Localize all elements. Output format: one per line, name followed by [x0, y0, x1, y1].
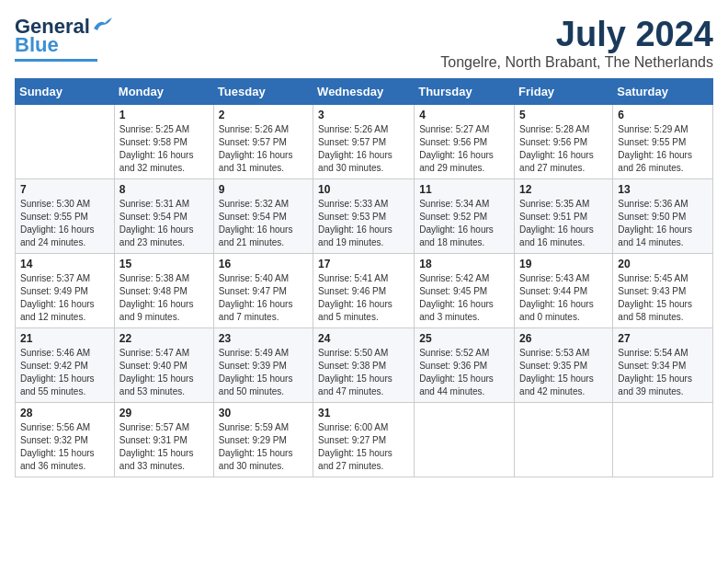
calendar-cell: 31Sunrise: 6:00 AMSunset: 9:27 PMDayligh…	[313, 403, 415, 477]
day-number: 7	[20, 183, 109, 196]
day-info: Sunrise: 5:29 AMSunset: 9:55 PMDaylight:…	[618, 124, 692, 173]
calendar-cell: 8Sunrise: 5:31 AMSunset: 9:54 PMDaylight…	[114, 179, 213, 254]
day-number: 26	[519, 332, 608, 345]
day-number: 29	[119, 407, 209, 419]
calendar-cell	[415, 403, 515, 477]
col-header-saturday: Saturday	[613, 79, 713, 105]
day-number: 31	[318, 407, 409, 419]
calendar-cell: 9Sunrise: 5:32 AMSunset: 9:54 PMDaylight…	[213, 179, 313, 254]
col-header-tuesday: Tuesday	[213, 79, 313, 105]
day-number: 13	[618, 183, 708, 196]
day-info: Sunrise: 5:42 AMSunset: 9:45 PMDaylight:…	[419, 273, 494, 322]
col-header-monday: Monday	[114, 79, 213, 105]
calendar-week-5: 28Sunrise: 5:56 AMSunset: 9:32 PMDayligh…	[16, 403, 713, 477]
calendar-week-2: 7Sunrise: 5:30 AMSunset: 9:55 PMDaylight…	[16, 179, 713, 254]
col-header-sunday: Sunday	[16, 79, 115, 105]
logo: General Blue	[15, 15, 112, 62]
calendar-cell: 10Sunrise: 5:33 AMSunset: 9:53 PMDayligh…	[313, 179, 415, 254]
day-number: 8	[119, 183, 209, 196]
day-info: Sunrise: 5:41 AMSunset: 9:46 PMDaylight:…	[318, 273, 392, 322]
calendar-cell: 28Sunrise: 5:56 AMSunset: 9:32 PMDayligh…	[16, 403, 115, 477]
calendar-cell: 7Sunrise: 5:30 AMSunset: 9:55 PMDaylight…	[16, 179, 115, 254]
calendar-cell: 24Sunrise: 5:50 AMSunset: 9:38 PMDayligh…	[313, 328, 415, 403]
calendar-cell: 11Sunrise: 5:34 AMSunset: 9:52 PMDayligh…	[415, 179, 515, 254]
day-info: Sunrise: 5:37 AMSunset: 9:49 PMDaylight:…	[20, 273, 95, 322]
day-info: Sunrise: 5:38 AMSunset: 9:48 PMDaylight:…	[119, 273, 194, 322]
logo-underline	[15, 59, 97, 62]
calendar-cell: 26Sunrise: 5:53 AMSunset: 9:35 PMDayligh…	[515, 328, 613, 403]
day-info: Sunrise: 5:45 AMSunset: 9:43 PMDaylight:…	[618, 273, 692, 322]
day-info: Sunrise: 5:28 AMSunset: 9:56 PMDaylight:…	[519, 124, 594, 173]
col-header-thursday: Thursday	[415, 79, 515, 105]
logo-blue-text: Blue	[15, 33, 59, 57]
calendar-cell: 16Sunrise: 5:40 AMSunset: 9:47 PMDayligh…	[213, 254, 313, 328]
day-info: Sunrise: 5:57 AMSunset: 9:31 PMDaylight:…	[119, 422, 194, 471]
calendar-cell: 19Sunrise: 5:43 AMSunset: 9:44 PMDayligh…	[515, 254, 613, 328]
calendar-cell	[613, 403, 713, 477]
calendar-cell: 3Sunrise: 5:26 AMSunset: 9:57 PMDaylight…	[313, 105, 415, 179]
day-info: Sunrise: 5:49 AMSunset: 9:39 PMDaylight:…	[219, 348, 293, 396]
day-info: Sunrise: 5:35 AMSunset: 9:51 PMDaylight:…	[519, 199, 594, 247]
day-number: 24	[318, 332, 409, 345]
day-number: 4	[419, 109, 509, 121]
day-number: 28	[20, 407, 109, 419]
day-number: 6	[618, 109, 708, 121]
day-info: Sunrise: 5:53 AMSunset: 9:35 PMDaylight:…	[519, 348, 594, 396]
day-number: 9	[219, 183, 308, 196]
day-number: 25	[419, 332, 509, 345]
calendar-cell: 4Sunrise: 5:27 AMSunset: 9:56 PMDaylight…	[415, 105, 515, 179]
calendar-cell: 30Sunrise: 5:59 AMSunset: 9:29 PMDayligh…	[213, 403, 313, 477]
page-header: General Blue July 2024 Tongelre, North B…	[15, 15, 713, 71]
day-info: Sunrise: 5:52 AMSunset: 9:36 PMDaylight:…	[419, 348, 494, 396]
calendar-cell: 6Sunrise: 5:29 AMSunset: 9:55 PMDaylight…	[613, 105, 713, 179]
day-info: Sunrise: 5:32 AMSunset: 9:54 PMDaylight:…	[219, 199, 293, 247]
day-number: 15	[119, 258, 209, 270]
calendar-table: SundayMondayTuesdayWednesdayThursdayFrid…	[15, 78, 713, 477]
day-number: 19	[519, 258, 608, 270]
calendar-cell: 17Sunrise: 5:41 AMSunset: 9:46 PMDayligh…	[313, 254, 415, 328]
calendar-cell: 13Sunrise: 5:36 AMSunset: 9:50 PMDayligh…	[613, 179, 713, 254]
day-number: 1	[119, 109, 209, 121]
day-info: Sunrise: 5:31 AMSunset: 9:54 PMDaylight:…	[119, 199, 194, 247]
calendar-cell: 29Sunrise: 5:57 AMSunset: 9:31 PMDayligh…	[114, 403, 213, 477]
location-subtitle: Tongelre, North Brabant, The Netherlands	[440, 54, 713, 71]
day-number: 16	[219, 258, 308, 270]
day-info: Sunrise: 6:00 AMSunset: 9:27 PMDaylight:…	[318, 422, 392, 471]
day-number: 11	[419, 183, 509, 196]
calendar-cell: 15Sunrise: 5:38 AMSunset: 9:48 PMDayligh…	[114, 254, 213, 328]
day-number: 22	[119, 332, 209, 345]
day-info: Sunrise: 5:40 AMSunset: 9:47 PMDaylight:…	[219, 273, 293, 322]
logo-bird-icon	[92, 17, 112, 32]
col-header-friday: Friday	[515, 79, 613, 105]
day-info: Sunrise: 5:59 AMSunset: 9:29 PMDaylight:…	[219, 422, 293, 471]
calendar-cell: 20Sunrise: 5:45 AMSunset: 9:43 PMDayligh…	[613, 254, 713, 328]
day-info: Sunrise: 5:27 AMSunset: 9:56 PMDaylight:…	[419, 124, 494, 173]
calendar-cell: 23Sunrise: 5:49 AMSunset: 9:39 PMDayligh…	[213, 328, 313, 403]
day-number: 18	[419, 258, 509, 270]
calendar-cell: 2Sunrise: 5:26 AMSunset: 9:57 PMDaylight…	[213, 105, 313, 179]
calendar-cell: 25Sunrise: 5:52 AMSunset: 9:36 PMDayligh…	[415, 328, 515, 403]
calendar-cell: 27Sunrise: 5:54 AMSunset: 9:34 PMDayligh…	[613, 328, 713, 403]
day-info: Sunrise: 5:47 AMSunset: 9:40 PMDaylight:…	[119, 348, 194, 396]
day-info: Sunrise: 5:30 AMSunset: 9:55 PMDaylight:…	[20, 199, 95, 247]
col-header-wednesday: Wednesday	[313, 79, 415, 105]
calendar-cell: 18Sunrise: 5:42 AMSunset: 9:45 PMDayligh…	[415, 254, 515, 328]
day-number: 2	[219, 109, 308, 121]
day-number: 14	[20, 258, 109, 270]
calendar-cell: 22Sunrise: 5:47 AMSunset: 9:40 PMDayligh…	[114, 328, 213, 403]
day-info: Sunrise: 5:36 AMSunset: 9:50 PMDaylight:…	[618, 199, 692, 247]
calendar-cell	[16, 105, 115, 179]
day-number: 23	[219, 332, 308, 345]
day-info: Sunrise: 5:54 AMSunset: 9:34 PMDaylight:…	[618, 348, 692, 396]
day-info: Sunrise: 5:56 AMSunset: 9:32 PMDaylight:…	[20, 422, 95, 471]
day-number: 20	[618, 258, 708, 270]
title-block: July 2024 Tongelre, North Brabant, The N…	[440, 15, 713, 71]
day-number: 3	[318, 109, 409, 121]
calendar-week-3: 14Sunrise: 5:37 AMSunset: 9:49 PMDayligh…	[16, 254, 713, 328]
day-info: Sunrise: 5:26 AMSunset: 9:57 PMDaylight:…	[219, 124, 293, 173]
day-info: Sunrise: 5:46 AMSunset: 9:42 PMDaylight:…	[20, 348, 95, 396]
day-number: 10	[318, 183, 409, 196]
day-number: 30	[219, 407, 308, 419]
day-number: 12	[519, 183, 608, 196]
day-info: Sunrise: 5:43 AMSunset: 9:44 PMDaylight:…	[519, 273, 594, 322]
